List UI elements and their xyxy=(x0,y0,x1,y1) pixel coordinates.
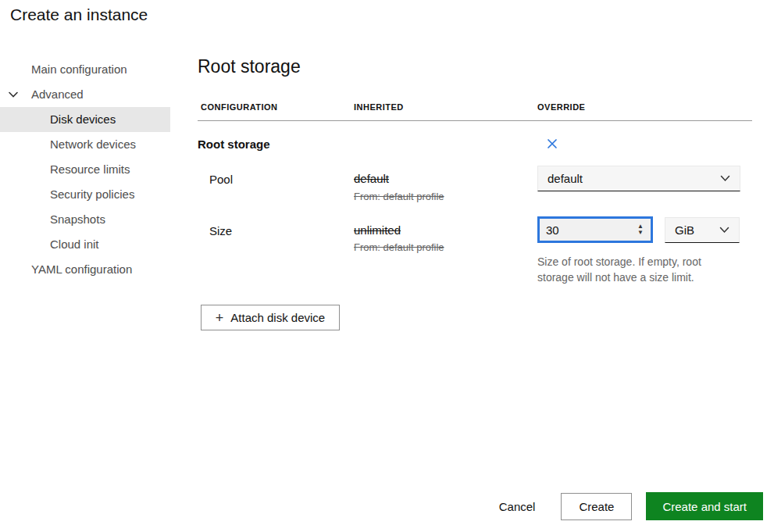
sidebar-item-advanced[interactable]: Advanced xyxy=(0,82,170,107)
column-header-override: OVERRIDE xyxy=(537,102,585,112)
chevron-down-icon xyxy=(719,227,729,234)
size-input[interactable] xyxy=(540,223,637,237)
sidebar-item-security-policies[interactable]: Security policies xyxy=(0,182,170,207)
close-icon xyxy=(547,138,558,149)
sidebar-item-label: Snapshots xyxy=(50,207,105,232)
footer-actions: Cancel Create Create and start xyxy=(494,492,763,520)
attach-disk-device-label: Attach disk device xyxy=(230,311,325,324)
sidebar-item-yaml-configuration[interactable]: YAML configuration xyxy=(0,257,170,282)
sidebar-item-label: YAML configuration xyxy=(31,257,132,282)
root-storage-row-label: Root storage xyxy=(198,137,270,151)
column-header-configuration: CONFIGURATION xyxy=(201,102,278,112)
size-unit-value: GiB xyxy=(675,223,694,237)
page-title: Create an instance xyxy=(10,5,148,24)
size-label: Size xyxy=(209,224,232,237)
create-button[interactable]: Create xyxy=(561,493,632,520)
pool-label: Pool xyxy=(209,173,233,186)
pool-select-value: default xyxy=(548,172,583,185)
sidebar-item-main-configuration[interactable]: Main configuration xyxy=(0,57,170,82)
chevron-down-icon xyxy=(8,90,19,99)
sidebar-item-cloud-init[interactable]: Cloud init xyxy=(0,232,170,257)
sidebar: Main configuration Advanced Disk devices… xyxy=(0,57,170,282)
chevron-down-icon xyxy=(720,175,730,182)
spinner-down-icon[interactable]: ▼ xyxy=(637,230,644,236)
header-divider xyxy=(198,120,752,121)
pool-select[interactable]: default xyxy=(537,166,740,191)
cancel-button[interactable]: Cancel xyxy=(494,500,540,513)
number-spinner: ▲ ▼ xyxy=(637,223,651,236)
create-and-start-button[interactable]: Create and start xyxy=(646,492,763,520)
pool-inherited-source: From: default profile xyxy=(354,191,444,202)
sidebar-item-label: Cloud init xyxy=(50,232,99,257)
sidebar-item-label: Network devices xyxy=(50,132,136,157)
size-help-text: Size of root storage. If empty, root sto… xyxy=(537,254,736,285)
size-input-wrap: ▲ ▼ xyxy=(537,216,653,243)
section-title: Root storage xyxy=(198,56,301,77)
sidebar-item-label: Advanced xyxy=(31,82,84,107)
sidebar-item-label: Resource limits xyxy=(50,157,130,182)
sidebar-item-resource-limits[interactable]: Resource limits xyxy=(0,157,170,182)
attach-disk-device-button[interactable]: + Attach disk device xyxy=(201,305,340,330)
size-unit-select[interactable]: GiB xyxy=(665,217,740,243)
plus-icon: + xyxy=(216,311,224,325)
sidebar-item-label: Main configuration xyxy=(31,57,127,82)
sidebar-item-label: Security policies xyxy=(50,182,134,207)
sidebar-item-network-devices[interactable]: Network devices xyxy=(0,132,170,157)
size-inherited-value: unlimited xyxy=(354,223,401,237)
sidebar-item-label: Disk devices xyxy=(50,107,116,132)
clear-override-button[interactable] xyxy=(544,135,561,152)
pool-inherited-value: default xyxy=(354,172,389,185)
sidebar-item-snapshots[interactable]: Snapshots xyxy=(0,207,170,232)
column-header-inherited: INHERITED xyxy=(354,102,404,112)
size-inherited-source: From: default profile xyxy=(354,241,444,253)
create-instance-page: Create an instance Main configuration Ad… xyxy=(0,0,774,532)
sidebar-item-disk-devices[interactable]: Disk devices xyxy=(0,107,170,132)
